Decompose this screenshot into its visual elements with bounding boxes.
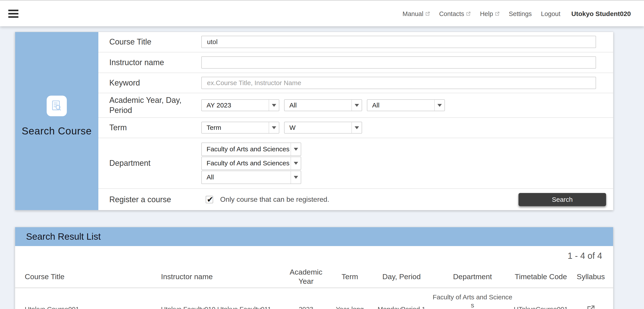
search-course-side-panel: Search Course — [15, 32, 98, 210]
chevron-down-icon — [355, 126, 359, 129]
ay-day-period-label: Academic Year, Day, Period — [98, 95, 201, 115]
top-header: Manual Contacts Help Settings — [0, 0, 644, 26]
cell-term: Year-long — [328, 303, 372, 309]
nav-settings-link[interactable]: Settings — [509, 10, 532, 18]
search-course-icon — [47, 96, 67, 116]
nav-settings-label: Settings — [509, 10, 532, 18]
syllabus-external-link-icon[interactable] — [586, 305, 595, 309]
period-value: All — [367, 100, 434, 111]
external-link-icon — [495, 12, 500, 16]
col-instructor: Instructor name — [151, 270, 284, 283]
term-type-value: Term — [202, 122, 269, 133]
course-title-label: Course Title — [98, 37, 201, 47]
chevron-down-icon — [438, 104, 442, 107]
term-type-select[interactable]: Term — [201, 122, 279, 134]
nav-logout-label: Logout — [541, 10, 560, 18]
chevron-down-icon — [355, 104, 359, 107]
department-level3-select[interactable]: All — [201, 171, 301, 184]
chevron-down-icon — [294, 162, 298, 165]
result-table-header: Course Title Instructor name Academic Ye… — [15, 265, 613, 288]
nav-help-link[interactable]: Help — [480, 10, 500, 18]
search-button[interactable]: Search — [518, 193, 606, 206]
search-result-panel: Search Result List 1 - 4 of 4 Course Tit… — [15, 227, 613, 309]
cell-department: Faculty of Arts and Sciences Faculty of … — [431, 290, 514, 309]
cell-timetable-code: UTokyoCourse001 — [514, 303, 568, 309]
search-form: Course Title Instructor name Keyword — [98, 32, 613, 210]
search-course-panel: Search Course Course Title Instructor na… — [15, 32, 613, 210]
col-syllabus: Syllabus — [568, 270, 614, 283]
nav-help-label: Help — [480, 10, 493, 18]
result-list-header: Search Result List — [15, 227, 613, 246]
period-select[interactable]: All — [367, 99, 445, 111]
register-label: Register a course — [98, 194, 201, 205]
logged-in-user-name: Utokyo Student020 — [571, 10, 631, 18]
department-level2-value: Faculty of Arts and Sciences F… — [202, 157, 291, 170]
instructor-input[interactable] — [201, 56, 596, 69]
instructor-label: Instructor name — [98, 58, 201, 68]
table-row: Utokyo Course001 Utokyo Faculty010,Utoky… — [15, 288, 613, 309]
term-value: W — [284, 122, 352, 133]
form-row-instructor: Instructor name — [98, 52, 613, 73]
form-row-ay-day-period: Academic Year, Day, Period AY 2023 All A… — [98, 93, 613, 118]
term-label: Term — [98, 123, 201, 133]
cell-academic-year: 2023 — [284, 303, 328, 309]
hamburger-menu-icon[interactable] — [8, 10, 18, 18]
chevron-down-icon — [272, 126, 276, 129]
keyword-label: Keyword — [98, 78, 201, 88]
nav-logout-link[interactable]: Logout — [541, 10, 560, 18]
department-label: Department — [98, 158, 201, 168]
page: Manual Contacts Help Settings — [0, 0, 644, 309]
cell-instructor: Utokyo Faculty010,Utokyo Faculty011 — [151, 303, 284, 309]
day-select[interactable]: All — [284, 99, 362, 111]
form-row-department: Department Faculty of Arts and Sciences … — [98, 138, 613, 189]
chevron-down-icon — [294, 148, 298, 151]
cell-syllabus — [568, 302, 614, 309]
nav-manual-label: Manual — [402, 10, 424, 18]
form-row-register: Register a course ✔ Only course that can… — [98, 189, 613, 210]
keyword-input[interactable] — [201, 77, 596, 89]
result-count: 1 - 4 of 4 — [15, 246, 613, 265]
col-term: Term — [328, 270, 372, 283]
chevron-down-icon — [272, 104, 276, 107]
check-icon: ✔ — [207, 195, 213, 204]
department-level1-value: Faculty of Arts and Sciences — [202, 143, 291, 155]
result-list-title: Search Result List — [26, 231, 101, 242]
term-value-select[interactable]: W — [284, 122, 362, 134]
form-row-keyword: Keyword — [98, 73, 613, 93]
col-department: Department — [431, 270, 514, 283]
chevron-down-icon — [294, 176, 298, 179]
form-row-term: Term Term W — [98, 118, 613, 138]
nav-contacts-label: Contacts — [439, 10, 464, 18]
col-academic-year: Academic Year — [284, 265, 328, 287]
external-link-icon — [466, 12, 471, 16]
search-course-title: Search Course — [22, 125, 92, 137]
cell-course-title-link[interactable]: Utokyo Course001 — [15, 303, 151, 309]
external-link-icon — [425, 12, 430, 16]
cell-day-period: MondayPeriod 1 — [372, 303, 431, 309]
col-course-title: Course Title — [15, 270, 151, 283]
academic-year-select[interactable]: AY 2023 — [201, 99, 279, 111]
nav-manual-link[interactable]: Manual — [402, 10, 430, 18]
col-timetable-code: Timetable Code — [514, 270, 568, 283]
day-value: All — [284, 100, 352, 111]
academic-year-value: AY 2023 — [202, 100, 269, 111]
top-nav: Manual Contacts Help Settings — [402, 1, 631, 27]
registerable-only-label: Only course that can be registered. — [220, 195, 329, 203]
nav-contacts-link[interactable]: Contacts — [439, 10, 471, 18]
department-level1-select[interactable]: Faculty of Arts and Sciences — [201, 143, 301, 156]
department-level3-value: All — [202, 171, 291, 184]
department-level2-select[interactable]: Faculty of Arts and Sciences F… — [201, 157, 301, 170]
department-entry: Faculty of Arts and Sciences — [432, 293, 512, 309]
registerable-only-checkbox[interactable]: ✔ — [206, 196, 213, 203]
course-title-input[interactable] — [201, 36, 596, 48]
form-row-course-title: Course Title — [98, 32, 613, 52]
col-day-period: Day, Period — [372, 270, 431, 283]
